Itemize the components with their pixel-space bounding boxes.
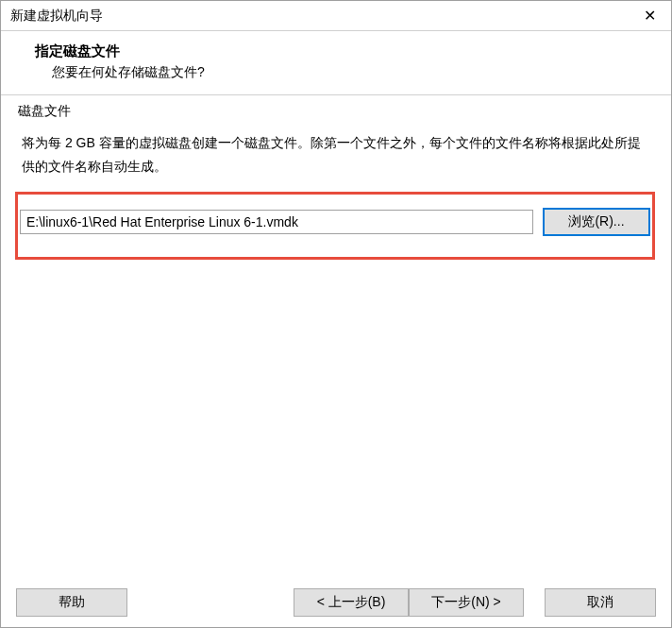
page-title: 指定磁盘文件 xyxy=(35,42,652,60)
wizard-header: 指定磁盘文件 您要在何处存储磁盘文件? xyxy=(1,31,671,95)
nav-button-group: < 上一步(B) 下一步(N) > xyxy=(294,588,524,617)
disk-file-description: 将为每 2 GB 容量的虚拟磁盘创建一个磁盘文件。除第一个文件之外，每个文件的文… xyxy=(18,131,652,178)
cancel-button[interactable]: 取消 xyxy=(545,588,656,617)
page-subtitle: 您要在何处存储磁盘文件? xyxy=(52,64,652,81)
next-button[interactable]: 下一步(N) > xyxy=(409,588,524,617)
titlebar: 新建虚拟机向导 ✕ xyxy=(1,1,671,31)
wizard-content: 磁盘文件 将为每 2 GB 容量的虚拟磁盘创建一个磁盘文件。除第一个文件之外，每… xyxy=(1,95,671,578)
disk-file-path-input[interactable] xyxy=(20,210,533,234)
disk-file-fieldset: 磁盘文件 将为每 2 GB 容量的虚拟磁盘创建一个磁盘文件。除第一个文件之外，每… xyxy=(18,110,654,260)
help-button[interactable]: 帮助 xyxy=(16,588,127,617)
wizard-window: 新建虚拟机向导 ✕ 指定磁盘文件 您要在何处存储磁盘文件? 磁盘文件 将为每 2… xyxy=(0,0,672,628)
fieldset-label: 磁盘文件 xyxy=(18,103,75,120)
window-title: 新建虚拟机向导 xyxy=(10,8,103,25)
close-button[interactable]: ✕ xyxy=(629,1,671,31)
file-input-row: 浏览(R)... xyxy=(15,192,655,260)
close-icon: ✕ xyxy=(644,7,656,25)
back-button[interactable]: < 上一步(B) xyxy=(294,588,409,617)
wizard-footer: 帮助 < 上一步(B) 下一步(N) > 取消 xyxy=(1,578,671,627)
browse-button[interactable]: 浏览(R)... xyxy=(543,208,650,236)
